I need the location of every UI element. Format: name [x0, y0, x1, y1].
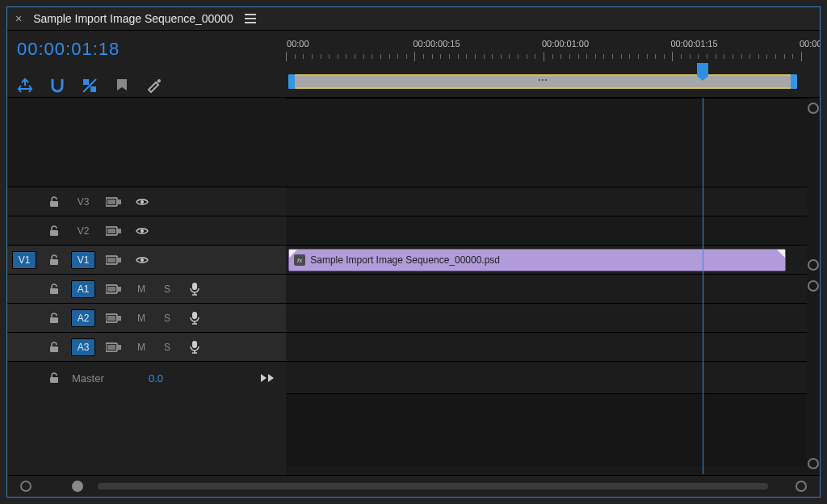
track-output-toggle[interactable]: [128, 187, 156, 216]
track-header-v1[interactable]: V1V1: [7, 245, 286, 274]
clip-name: Sample Import Image Sequence_00000.psd: [310, 254, 500, 266]
snap-icon[interactable]: [49, 78, 65, 94]
close-panel-icon[interactable]: ×: [12, 12, 25, 25]
track-header-v2[interactable]: V2: [7, 216, 286, 245]
time-ruler[interactable]: :00:0000:00:00:1500:00:01:0000:00:01:150…: [286, 39, 812, 73]
clip[interactable]: fxSample Import Image Sequence_00000.psd: [288, 249, 786, 271]
playhead-handle[interactable]: [697, 63, 708, 76]
svg-rect-23: [50, 346, 58, 352]
work-area-end-handle[interactable]: [791, 74, 797, 89]
lock-toggle-v1[interactable]: [41, 246, 67, 274]
timeline-track-lane[interactable]: [286, 303, 807, 332]
voiceover-record-icon[interactable]: [180, 275, 209, 303]
ruler-label: 00:00:01:15: [670, 39, 717, 48]
lock-toggle-a3[interactable]: [41, 333, 67, 361]
vscroll-marker-video[interactable]: [808, 259, 819, 271]
timeline-track-lane[interactable]: [286, 274, 807, 303]
svg-rect-3: [50, 201, 58, 207]
tab-bar: × Sample Import Image Sequence_00000: [7, 7, 820, 31]
voiceover-record-icon[interactable]: [180, 333, 209, 361]
sync-lock-icon[interactable]: [99, 333, 128, 361]
svg-rect-11: [50, 259, 58, 265]
lock-toggle-a1[interactable]: [41, 275, 67, 303]
lock-toggle-master[interactable]: [41, 362, 67, 394]
vscroll-handle-bottom[interactable]: [808, 458, 819, 469]
track-label: V3: [78, 196, 90, 208]
sync-lock-icon[interactable]: [99, 246, 128, 274]
solo-toggle[interactable]: S: [154, 304, 180, 332]
svg-rect-26: [192, 341, 197, 348]
playhead-timecode[interactable]: 00:00:01:18: [17, 39, 276, 60]
voiceover-record-icon[interactable]: [180, 304, 209, 332]
markers-icon[interactable]: [114, 78, 130, 94]
track-target-a1[interactable]: A1: [71, 280, 96, 298]
timeline-content[interactable]: fxSample Import Image Sequence_00000.psd: [286, 98, 820, 497]
mute-toggle[interactable]: M: [128, 333, 154, 361]
svg-rect-13: [107, 258, 115, 262]
vertical-scrollbar[interactable]: [807, 98, 820, 474]
ruler-label: 00:00:02: [800, 39, 820, 48]
source-patch-v1[interactable]: V1: [12, 251, 37, 269]
track-header-a3[interactable]: A3MS: [7, 332, 286, 361]
timeline-track-lane[interactable]: [286, 332, 807, 361]
sync-lock-icon[interactable]: [99, 275, 128, 303]
zoom-scroll-thumb[interactable]: [72, 481, 83, 492]
ruler-label: :00:00: [286, 39, 309, 48]
svg-rect-19: [50, 317, 58, 323]
svg-rect-9: [107, 229, 115, 233]
ruler-label: 00:00:00:15: [413, 39, 460, 48]
playhead-line[interactable]: [703, 98, 703, 474]
sync-lock-icon[interactable]: [99, 187, 128, 216]
zoom-in-handle[interactable]: [796, 481, 807, 492]
svg-point-10: [141, 229, 144, 233]
timeline-header: 00:00:01:18: [7, 31, 820, 98]
lock-toggle-v2[interactable]: [41, 216, 67, 245]
track-header-a2[interactable]: A2MS: [7, 303, 286, 332]
work-area-span[interactable]: [295, 74, 791, 89]
vscroll-marker-audio[interactable]: [808, 280, 819, 292]
mute-toggle[interactable]: M: [128, 304, 154, 332]
lock-toggle-a2[interactable]: [41, 304, 67, 332]
vscroll-handle-top[interactable]: [808, 103, 819, 114]
track-target-a2[interactable]: A2: [71, 309, 96, 327]
header-right: :00:0000:00:00:1500:00:01:0000:00:01:150…: [286, 31, 820, 97]
lock-toggle-v3[interactable]: [41, 187, 67, 216]
ruler-label: 00:00:01:00: [542, 39, 589, 48]
linked-selection-icon[interactable]: [82, 78, 98, 94]
track-output-toggle[interactable]: [128, 216, 156, 245]
sync-lock-icon[interactable]: [99, 304, 128, 332]
work-area-start-handle[interactable]: [288, 74, 295, 89]
master-track-row[interactable]: Master0.0: [7, 361, 286, 394]
horizontal-scrollbar[interactable]: [7, 475, 820, 497]
sequence-tab-title[interactable]: Sample Import Image Sequence_00000: [33, 12, 233, 25]
master-level-value[interactable]: 0.0: [149, 372, 163, 384]
master-label: Master: [72, 372, 104, 384]
hscroll-track[interactable]: [98, 483, 768, 489]
solo-toggle[interactable]: S: [154, 333, 180, 361]
svg-rect-21: [107, 316, 115, 321]
timeline-track-lane[interactable]: [286, 187, 807, 216]
track-target-a3[interactable]: A3: [71, 338, 96, 356]
work-area-bar[interactable]: [286, 74, 812, 89]
timeline-toolbar: [17, 78, 276, 94]
track-label: V2: [78, 225, 90, 237]
timeline-body: V3V2V1V1A1MSA2MSA3MSMaster0.0 fxSample I…: [7, 98, 820, 497]
timeline-track-lane[interactable]: [286, 216, 807, 245]
timeline-track-lane[interactable]: fxSample Import Image Sequence_00000.psd: [286, 245, 807, 274]
insert-overwrite-icon[interactable]: [17, 78, 33, 94]
panel-menu-icon[interactable]: [241, 10, 259, 27]
svg-rect-18: [192, 283, 197, 290]
track-header-column: V3V2V1V1A1MSA2MSA3MSMaster0.0: [7, 98, 286, 497]
solo-toggle[interactable]: S: [154, 275, 180, 303]
settings-icon[interactable]: [146, 78, 162, 94]
track-header-a1[interactable]: A1MS: [7, 274, 286, 303]
sync-lock-icon[interactable]: [99, 216, 128, 245]
track-output-toggle[interactable]: [128, 246, 156, 274]
timeline-panel: × Sample Import Image Sequence_00000 00:…: [6, 6, 821, 498]
mute-toggle[interactable]: M: [128, 275, 154, 303]
play-through-icon[interactable]: [260, 373, 275, 383]
track-header-v3[interactable]: V3: [7, 187, 286, 216]
track-target-v1[interactable]: V1: [71, 251, 96, 269]
svg-rect-0: [83, 79, 89, 85]
zoom-out-handle[interactable]: [20, 481, 31, 492]
